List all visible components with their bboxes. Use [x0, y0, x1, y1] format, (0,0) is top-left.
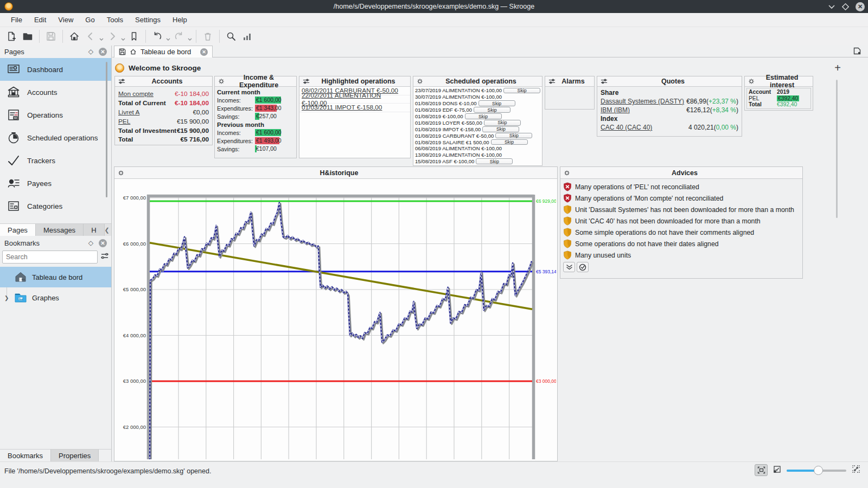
historique-chart[interactable]: €7 000,00€6 000,00€5 000,00€4 000,00€3 0… — [116, 181, 556, 459]
sidebar-item-payees[interactable]: Payees — [0, 172, 111, 195]
minimize-button[interactable] — [828, 4, 835, 9]
dashboard-scrollbar[interactable] — [836, 80, 838, 218]
previous-menu-caret[interactable] — [99, 29, 104, 44]
account-link[interactable]: Livret A — [118, 108, 193, 116]
menu-edit[interactable]: Edit — [29, 14, 52, 25]
svg-text:€5 393,14: €5 393,14 — [536, 269, 556, 274]
widget-accounts-header[interactable]: Accounts — [115, 76, 212, 87]
skip-button[interactable]: Skip — [495, 133, 532, 139]
skip-button[interactable]: Skip — [482, 126, 519, 132]
redo-menu-caret[interactable] — [187, 29, 193, 44]
search-icon[interactable] — [223, 29, 239, 44]
next-icon[interactable] — [104, 29, 120, 44]
save-icon[interactable] — [43, 29, 59, 44]
delete-icon[interactable] — [200, 29, 216, 44]
close-dock-icon[interactable]: ✕ — [99, 48, 107, 56]
widget-scheduled-header[interactable]: Scheduled operations — [413, 76, 542, 87]
home-icon[interactable] — [66, 29, 82, 44]
pages-scrollbar[interactable] — [106, 62, 107, 197]
skip-button[interactable]: Skip — [478, 100, 515, 106]
advice-item[interactable]: Unit 'CAC 40' has not been downloaded fo… — [560, 215, 802, 227]
close-dock-icon[interactable]: ✕ — [99, 239, 107, 247]
menu-tools[interactable]: Tools — [101, 14, 129, 25]
skrooge-logo-icon — [4, 2, 13, 11]
previous-icon[interactable] — [82, 29, 99, 44]
zoom-slider-handle[interactable] — [814, 466, 823, 475]
tab-pages[interactable]: Pages — [0, 224, 36, 236]
widget-income-header[interactable]: Income & Expenditure — [215, 76, 296, 87]
report-icon[interactable] — [239, 29, 256, 44]
zoom-original-button[interactable] — [852, 465, 860, 476]
tab-scroll-left-icon[interactable]: ❮ — [105, 227, 110, 234]
advice-item[interactable]: Many operations of 'PEL' not reconciliat… — [560, 181, 802, 192]
highlighted-operation-link[interactable]: 22/02/2011 ALIMENTATION €-100,00 — [299, 95, 410, 104]
sidebar-item-accounts[interactable]: Accounts — [0, 81, 111, 104]
zoom-slider[interactable] — [787, 465, 846, 475]
advice-expand-all-button[interactable] — [563, 262, 575, 272]
bookmark-search-input[interactable] — [2, 251, 98, 264]
close-tab-icon[interactable]: ✕ — [200, 48, 208, 56]
quote-link[interactable]: Dassault Systemes (DASTY) — [601, 98, 686, 105]
open-file-icon[interactable] — [20, 29, 36, 44]
alert-shield-icon — [563, 182, 572, 191]
sidebar-item-categories[interactable]: Categories — [0, 195, 111, 217]
menu-view[interactable]: View — [53, 14, 79, 25]
advice-item[interactable]: Some simple operations do not have their… — [560, 227, 802, 238]
tab-bookmarks[interactable]: Bookmarks — [0, 450, 51, 461]
advice-item[interactable]: Many operations of 'Mon compte' not reco… — [560, 192, 802, 204]
sidebar-item-scheduled[interactable]: Scheduled operations — [0, 126, 111, 149]
skip-button[interactable]: Skip — [465, 113, 502, 119]
widget-alarms-header[interactable]: Alarms — [545, 76, 594, 87]
quotes-group-header: Share — [597, 88, 742, 97]
widget-estimated-header[interactable]: Estimated interest — [745, 76, 813, 87]
float-dock-icon[interactable]: ◇ — [88, 48, 93, 55]
widget-historique-header[interactable]: H&istorique — [114, 167, 557, 179]
zoom-check-button[interactable] — [773, 465, 781, 476]
advice-item[interactable]: Unit 'Dassault Systemes' has not been do… — [560, 204, 802, 215]
zoom-fit-button[interactable] — [755, 464, 768, 476]
skip-button[interactable]: Skip — [503, 88, 540, 94]
float-dock-icon[interactable]: ◇ — [88, 239, 93, 247]
advice-item[interactable]: Some operations do not have their dates … — [560, 238, 802, 249]
tab-messages[interactable]: Messages — [36, 224, 84, 236]
filter-options-icon[interactable] — [100, 252, 109, 262]
menu-help[interactable]: Help — [167, 14, 193, 25]
sidebar-item-dashboard[interactable]: Dashboard — [0, 58, 111, 81]
widget-highlighted-header[interactable]: Highlighted operations — [299, 76, 410, 87]
quote-link[interactable]: CAC 40 (CAC 40) — [601, 124, 688, 131]
bookmark-icon[interactable] — [126, 29, 142, 44]
bookmark-item-graphes[interactable]: ❯ Graphes — [0, 287, 111, 308]
new-tab-icon[interactable] — [853, 47, 861, 57]
maximize-button[interactable] — [842, 3, 849, 10]
account-link[interactable]: PEL — [118, 118, 177, 125]
account-link[interactable]: Mon compte — [118, 90, 175, 98]
widget-advices-header[interactable]: Advices — [560, 167, 802, 179]
tab-properties[interactable]: Properties — [51, 450, 99, 461]
skip-button[interactable]: Skip — [491, 139, 528, 145]
expander-icon[interactable]: ❯ — [4, 295, 9, 301]
menu-go[interactable]: Go — [80, 14, 100, 25]
close-button[interactable]: ✕ — [856, 2, 865, 11]
widget-quotes-header[interactable]: Quotes — [597, 76, 742, 87]
advice-apply-button[interactable] — [577, 262, 589, 272]
add-widget-button[interactable]: + — [834, 62, 841, 74]
skip-button[interactable]: Skip — [476, 158, 513, 164]
sidebar-item-trackers[interactable]: Trackers — [0, 149, 111, 172]
tab-history[interactable]: H — [84, 224, 104, 236]
menu-file[interactable]: File — [5, 14, 28, 25]
skip-button[interactable]: Skip — [484, 120, 521, 126]
tab-tableau-de-bord[interactable]: Tableau de bord ✕ — [114, 46, 213, 57]
advice-item[interactable]: Many unused units — [560, 249, 802, 261]
next-menu-caret[interactable] — [120, 29, 126, 44]
redo-icon[interactable] — [171, 29, 187, 44]
undo-menu-caret[interactable] — [165, 29, 171, 44]
skip-button[interactable]: Skip — [474, 107, 510, 113]
new-document-icon[interactable] — [3, 29, 20, 44]
bookmark-item-tableau[interactable]: Tableau de bord — [0, 267, 111, 287]
quote-link[interactable]: IBM (IBM) — [601, 106, 686, 114]
check-icon — [7, 153, 21, 168]
undo-icon[interactable] — [149, 29, 165, 44]
menu-settings[interactable]: Settings — [130, 14, 166, 25]
warning-shield-icon — [563, 216, 572, 226]
sidebar-item-operations[interactable]: Operations — [0, 104, 111, 126]
